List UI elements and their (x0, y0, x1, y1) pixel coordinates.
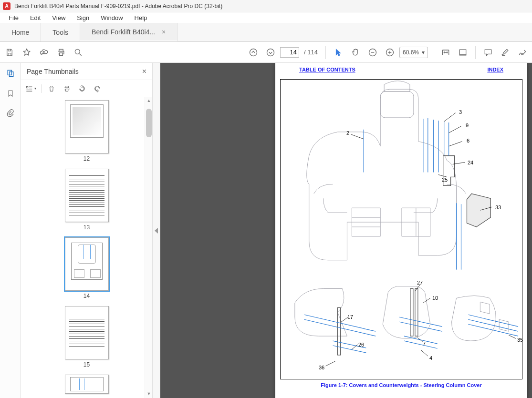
toc-link[interactable]: TABLE OF CONTENTS (299, 67, 355, 72)
zoom-value: 60.6% (403, 49, 419, 56)
thumbnails-toolbar: ▾ (21, 80, 152, 97)
thumbnail-page-15[interactable]: 15 (21, 306, 152, 368)
window-title: Bendi Forklift B40i4 Parts Manual F-909-… (14, 3, 222, 10)
zoom-dropdown[interactable]: 60.6%▾ (399, 47, 428, 58)
fit-width-icon[interactable] (438, 45, 453, 60)
menu-file[interactable]: File (4, 13, 23, 22)
thumb-delete-icon[interactable] (46, 83, 57, 94)
svg-line-28 (304, 319, 376, 336)
tab-home-label: Home (11, 29, 29, 36)
svg-line-39 (404, 341, 438, 348)
callout-7: 7 (423, 341, 426, 347)
toolbar-separator (325, 46, 326, 59)
hand-icon[interactable] (348, 45, 363, 60)
star-icon[interactable] (19, 45, 34, 60)
thumbnails-list[interactable]: 12 13 14 15 (21, 97, 152, 398)
callout-6: 6 (467, 138, 469, 143)
zoom-in-icon[interactable] (382, 45, 397, 60)
app-icon: A (3, 2, 10, 10)
svg-line-22 (449, 142, 462, 146)
titlebar: A Bendi Forklift B40i4 Parts Manual F-90… (0, 0, 532, 12)
mini-sidebar (0, 63, 21, 398)
menu-edit[interactable]: Edit (25, 13, 45, 22)
attachments-tab-icon[interactable] (5, 108, 16, 119)
thumbnail-page-16[interactable] (21, 375, 152, 396)
svg-line-47 (509, 335, 516, 338)
thumb-rotate-cw-icon[interactable] (92, 83, 103, 94)
tab-tools[interactable]: Tools (41, 23, 80, 41)
tabstrip: Home Tools Bendi Forklift B40i4... × (0, 23, 532, 42)
thumb-rotate-ccw-icon[interactable] (77, 83, 87, 94)
svg-line-38 (404, 336, 438, 344)
menu-sign[interactable]: Sign (72, 13, 94, 22)
read-mode-icon[interactable] (455, 45, 470, 60)
highlight-icon[interactable] (498, 45, 513, 60)
svg-line-33 (326, 361, 335, 366)
search-icon[interactable] (71, 45, 86, 60)
zoom-out-icon[interactable] (365, 45, 380, 60)
tab-close-icon[interactable]: × (162, 28, 166, 36)
svg-rect-35 (415, 289, 418, 337)
thumb-options-icon[interactable]: ▾ (26, 83, 36, 94)
thumbnails-scrollbar[interactable]: ▲ ▼ (145, 97, 152, 398)
toolbar-separator (433, 46, 433, 59)
callout-3: 3 (459, 109, 462, 115)
print-icon[interactable] (53, 45, 69, 60)
page-up-icon[interactable] (246, 45, 261, 60)
page-down-icon[interactable] (263, 45, 278, 60)
scroll-up-icon[interactable]: ▲ (145, 98, 152, 104)
svg-rect-7 (9, 72, 13, 77)
toolbar-separator (41, 84, 42, 93)
main-area: Page Thumbnails × ▾ 12 13 (0, 63, 532, 398)
save-icon[interactable] (2, 45, 17, 60)
callout-17: 17 (347, 314, 353, 320)
callout-27: 27 (417, 280, 423, 286)
figure-caption: Figure 1-7: Covers and Counterweights - … (280, 382, 522, 388)
svg-rect-26 (338, 307, 341, 355)
thumbnail-label: 12 (83, 155, 90, 162)
svg-line-36 (399, 317, 442, 327)
tab-home[interactable]: Home (0, 23, 41, 41)
figure-box: 2 3 9 6 24 25 33 27 10 17 26 36 7 4 35 (280, 79, 522, 379)
callout-33: 33 (495, 204, 501, 210)
bookmark-tab-icon[interactable] (5, 88, 16, 99)
document-viewport[interactable]: TABLE OF CONTENTS INDEX (160, 63, 532, 398)
svg-rect-6 (8, 70, 11, 75)
thumbnail-page-13[interactable]: 13 (21, 169, 152, 231)
thumbnail-page-14[interactable]: 14 (21, 237, 152, 299)
tab-document-label: Bendi Forklift B40i4... (92, 28, 155, 36)
thumbnail-label: 15 (83, 361, 90, 368)
scroll-down-icon[interactable]: ▼ (145, 391, 152, 397)
svg-rect-9 (380, 92, 414, 118)
thumbnail-page-12[interactable]: 12 (21, 100, 152, 162)
scroll-handle[interactable] (146, 109, 152, 137)
toolbar-separator (475, 46, 476, 59)
figure-diagram (281, 80, 522, 379)
callout-25: 25 (442, 177, 448, 183)
callout-10: 10 (432, 295, 438, 301)
sign-icon[interactable] (515, 45, 530, 60)
thumb-print-icon[interactable] (62, 83, 72, 94)
callout-2: 2 (346, 130, 349, 136)
thumbnails-tab-icon[interactable] (5, 68, 16, 79)
thumbnails-close-icon[interactable]: × (142, 67, 146, 76)
page-number-input[interactable] (280, 47, 299, 58)
svg-line-43 (421, 350, 428, 356)
pointer-icon[interactable] (331, 45, 346, 60)
thumbnails-header: Page Thumbnails × (21, 63, 152, 80)
tab-document[interactable]: Bendi Forklift B40i4... × (80, 23, 177, 41)
comment-icon[interactable] (480, 45, 496, 60)
cloud-icon[interactable] (36, 45, 52, 60)
menu-window[interactable]: Window (96, 13, 127, 22)
page-total-label: / 114 (301, 49, 321, 56)
svg-line-19 (351, 134, 364, 139)
menu-view[interactable]: View (47, 13, 70, 22)
svg-line-46 (468, 324, 518, 336)
thumbnails-panel: Page Thumbnails × ▾ 12 13 (21, 63, 153, 398)
panel-collapse-handle[interactable] (153, 63, 160, 398)
thumbnail-label: 13 (83, 224, 90, 231)
callout-26: 26 (358, 342, 364, 347)
index-link[interactable]: INDEX (487, 67, 503, 72)
callout-36: 36 (319, 365, 324, 370)
menu-help[interactable]: Help (130, 13, 152, 22)
